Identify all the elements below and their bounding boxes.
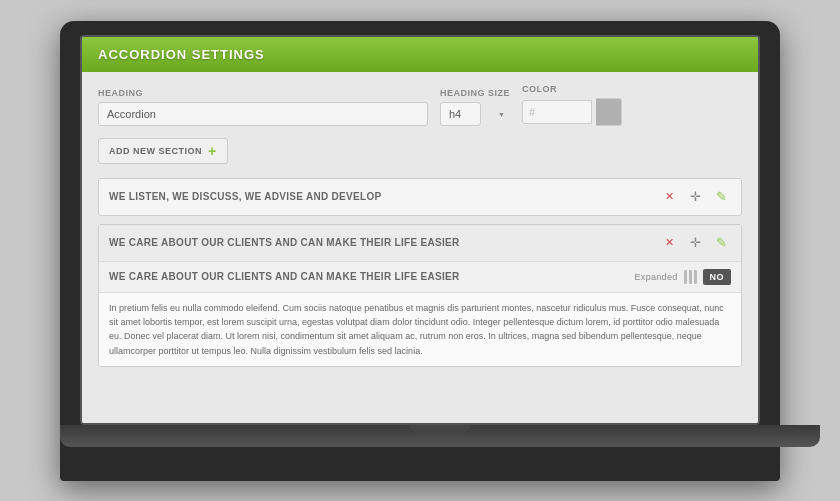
plus-icon: + [208,144,217,158]
accordion-body-text: In pretium felis eu nulla commodo eleife… [109,301,731,359]
expanded-label: Expanded [635,272,678,282]
heading-size-group: HEADING SIZE h1 h2 h3 h4 h5 h6 [440,88,510,126]
expanded-bars-icon [684,270,697,284]
panel-title: ACCORDION SETTINGS [98,47,265,62]
accordion-edit-button-1[interactable]: ✎ [711,187,731,207]
expanded-no-button[interactable]: NO [703,269,732,285]
bar-2 [689,270,692,284]
accordion-header-2: WE CARE ABOUT OUR CLIENTS AND CAN MAKE T… [99,225,741,262]
accordion-delete-button-2[interactable]: ✕ [659,233,679,253]
heading-size-select[interactable]: h1 h2 h3 h4 h5 h6 [440,102,481,126]
screen-content: ACCORDION SETTINGS HEADING HEADING SIZE … [82,37,758,423]
accordion-move-button-2[interactable]: ✛ [685,233,705,253]
panel-body: HEADING HEADING SIZE h1 h2 h3 h4 h5 [82,72,758,423]
laptop-frame: ACCORDION SETTINGS HEADING HEADING SIZE … [60,21,780,481]
accordion-section-1: WE LISTEN, WE DISCUSS, WE ADVISE AND DEV… [98,178,742,216]
laptop-notch [410,425,470,433]
heading-input[interactable] [98,102,428,126]
accordion-edit-button-2[interactable]: ✎ [711,233,731,253]
accordion-delete-button-1[interactable]: ✕ [659,187,679,207]
accordion-title-1: WE LISTEN, WE DISCUSS, WE ADVISE AND DEV… [109,191,653,202]
accordion-content: In pretium felis eu nulla commodo eleife… [99,293,741,367]
color-input-group [522,98,622,126]
accordion-title-2: WE CARE ABOUT OUR CLIENTS AND CAN MAKE T… [109,237,653,248]
color-swatch[interactable] [596,98,622,126]
form-row-heading: HEADING HEADING SIZE h1 h2 h3 h4 h5 [98,84,742,126]
bar-3 [694,270,697,284]
add-section-label: ADD NEW SECTION [109,146,202,156]
heading-size-label: HEADING SIZE [440,88,510,98]
panel-header: ACCORDION SETTINGS [82,37,758,72]
add-section-button[interactable]: ADD NEW SECTION + [98,138,228,164]
heading-size-select-wrapper: h1 h2 h3 h4 h5 h6 [440,102,510,126]
accordion-expanded-header: WE CARE ABOUT OUR CLIENTS AND CAN MAKE T… [99,262,741,293]
accordion-header-1: WE LISTEN, WE DISCUSS, WE ADVISE AND DEV… [99,179,741,215]
add-section-row: ADD NEW SECTION + [98,138,742,164]
accordion-sub-title: WE CARE ABOUT OUR CLIENTS AND CAN MAKE T… [109,271,629,282]
color-input[interactable] [522,100,592,124]
color-group: COLOR [522,84,622,126]
accordion-move-button-1[interactable]: ✛ [685,187,705,207]
heading-label: HEADING [98,88,428,98]
bar-1 [684,270,687,284]
laptop-base [60,425,820,447]
heading-group: HEADING [98,88,428,126]
color-label: COLOR [522,84,622,94]
laptop-screen: ACCORDION SETTINGS HEADING HEADING SIZE … [80,35,760,425]
accordion-section-2: WE CARE ABOUT OUR CLIENTS AND CAN MAKE T… [98,224,742,368]
